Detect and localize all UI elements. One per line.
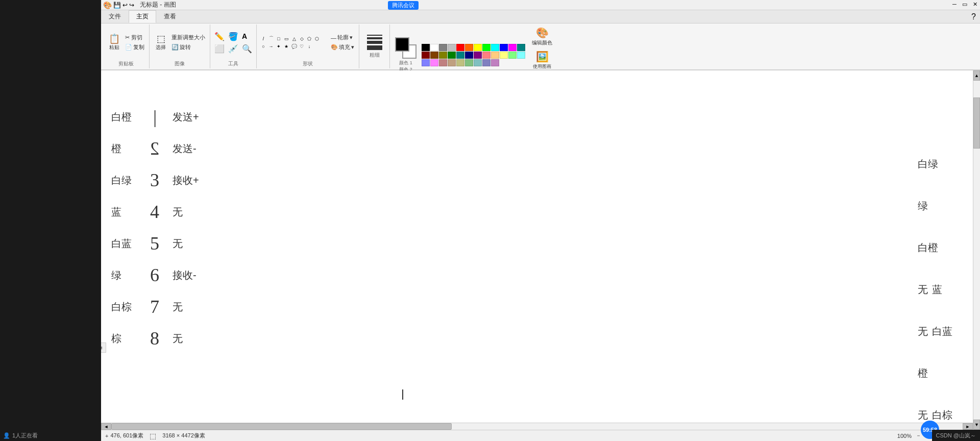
size3-button[interactable] (367, 41, 382, 44)
color-lightblue[interactable] (422, 59, 430, 66)
canvas-area[interactable]: 白橙 | 发送+ 橙 2 发送- 白绿 3 接收+ 蓝 4 无 白蓝 5 无 绿… (101, 70, 973, 430)
color-cyan[interactable] (491, 44, 499, 51)
color-magenta[interactable] (508, 44, 517, 51)
color-rose[interactable] (439, 59, 447, 66)
minimize-button[interactable]: ─ (949, 0, 960, 8)
size1-button[interactable] (367, 35, 382, 36)
save-icon[interactable]: 💾 (113, 2, 121, 9)
tab-home[interactable]: 主页 (129, 10, 156, 23)
ribbon-tabs: 文件 主页 查看 ? (101, 10, 980, 23)
right-label-4: 蓝 (932, 283, 942, 297)
shape-rounded-rect[interactable]: ▭ (283, 35, 290, 42)
undo-icon[interactable]: ↩ (122, 2, 128, 9)
color-lightgreen[interactable] (508, 52, 517, 59)
color-orange[interactable] (465, 44, 473, 51)
color-black[interactable] (422, 44, 430, 51)
pencil-button[interactable]: ✏️ (213, 31, 226, 42)
outline-button[interactable]: — 轮廓 ▾ (329, 33, 356, 42)
add-button-status[interactable]: + 476, 601像素 (105, 432, 143, 439)
color-blue[interactable] (500, 44, 508, 51)
shape-pentagon[interactable]: ⬠ (306, 35, 313, 42)
size2-button[interactable] (367, 37, 382, 39)
shape-callout[interactable]: 💬 (290, 43, 298, 50)
color-brown[interactable] (430, 52, 438, 59)
scroll-track-h[interactable] (111, 423, 963, 430)
color-khaki[interactable] (456, 59, 464, 66)
shape-line[interactable]: / (260, 35, 267, 42)
color-periwinkle[interactable] (482, 59, 491, 66)
scroll-track-v[interactable] (973, 81, 980, 420)
vertical-scrollbar[interactable]: ▲ ▼ (973, 70, 980, 430)
text-button[interactable]: A (241, 31, 248, 42)
color-navy[interactable] (465, 52, 473, 59)
eraser-button[interactable]: ⬜ (213, 43, 226, 55)
cut-button[interactable]: ✂ 剪切 (124, 33, 146, 42)
color-olive[interactable] (439, 52, 447, 59)
restore-button[interactable]: ▭ (960, 0, 970, 8)
color-darkcyan[interactable] (456, 52, 464, 59)
color1-swatch[interactable] (395, 37, 409, 52)
color-sage[interactable] (465, 59, 473, 66)
shape-rect[interactable]: □ (275, 35, 282, 42)
select-button[interactable]: ⬚ 选择 (153, 33, 169, 52)
color-gray1[interactable] (439, 44, 447, 51)
picker-button[interactable]: 💉 (227, 43, 239, 55)
fill-shape-button[interactable]: 🎨 填充 ▾ (329, 43, 356, 52)
color-lightyellow[interactable] (500, 52, 508, 59)
redo-icon[interactable]: ↪ (129, 2, 134, 9)
magnifier-button[interactable]: 🔍 (241, 43, 253, 55)
scroll-right-button[interactable]: ► (963, 423, 973, 430)
shape-arrow-right[interactable]: → (267, 43, 275, 50)
scroll-down-button[interactable]: ▼ (973, 420, 980, 430)
quick-access-toolbar: 🎨 💾 ↩ ↪ 无标题 - 画图 (101, 0, 980, 10)
color-peach[interactable] (491, 52, 499, 59)
size-content: 粗细 (367, 26, 382, 67)
shape-arrow-down[interactable]: ↓ (306, 43, 313, 50)
color-gray2[interactable] (448, 44, 456, 51)
close-button[interactable]: ✕ (970, 0, 980, 8)
shape-hexagon[interactable]: ⬡ (313, 35, 321, 42)
color-seafoam[interactable] (474, 59, 482, 66)
right-label-1: 白绿 (918, 157, 938, 171)
color-yellow[interactable] (474, 44, 482, 51)
size4-button[interactable] (367, 45, 382, 50)
shape-triangle[interactable]: △ (290, 35, 298, 42)
tencent-meeting-badge[interactable]: 腾讯会议 (388, 1, 419, 10)
shape-diamond[interactable]: ◇ (298, 35, 305, 42)
shape-curve[interactable]: ⌒ (267, 35, 275, 42)
image-label: 图像 (175, 60, 185, 67)
color-green[interactable] (482, 44, 491, 51)
color-lightred[interactable] (482, 52, 491, 59)
edit-colors-button[interactable]: 🎨 编辑颜色 (529, 26, 555, 47)
paste-button[interactable]: 📋 粘贴 (106, 33, 122, 52)
scroll-left-button[interactable]: ◄ (101, 423, 111, 430)
color-lightmagenta[interactable] (430, 59, 438, 66)
color-purple[interactable] (474, 52, 482, 59)
color-white[interactable] (430, 44, 438, 51)
help-button[interactable]: ? (967, 10, 980, 23)
shape-star4[interactable]: ✦ (275, 43, 282, 50)
color-darkgreen[interactable] (448, 52, 456, 59)
color-tan[interactable] (448, 59, 456, 66)
scroll-thumb-h[interactable] (111, 423, 452, 430)
color-red[interactable] (456, 44, 464, 51)
palette-row-3 (422, 59, 525, 66)
tab-file[interactable]: 文件 (101, 10, 129, 23)
scroll-thumb-v[interactable] (973, 97, 980, 149)
shape-heart[interactable]: ♡ (298, 43, 305, 50)
color-lightcyan[interactable] (517, 52, 525, 59)
color-teal[interactable] (517, 44, 525, 51)
shape-ellipse[interactable]: ○ (260, 43, 267, 50)
shapes-label: 形状 (303, 60, 313, 67)
color-lavender[interactable] (491, 59, 499, 66)
color-darkred[interactable] (422, 52, 430, 59)
zoom-minus-button[interactable]: － (916, 432, 921, 439)
shape-star5[interactable]: ★ (283, 43, 290, 50)
fill-button[interactable]: 🪣 (227, 31, 239, 42)
resize-button[interactable]: 重新调整大小 (170, 33, 207, 42)
copy-button[interactable]: 📄 复制 (124, 43, 146, 52)
scroll-up-button[interactable]: ▲ (973, 70, 980, 81)
tab-view[interactable]: 查看 (156, 10, 184, 23)
rotate-button[interactable]: 🔄 旋转 (170, 43, 207, 52)
horizontal-scrollbar[interactable]: ◄ ► (101, 423, 973, 430)
